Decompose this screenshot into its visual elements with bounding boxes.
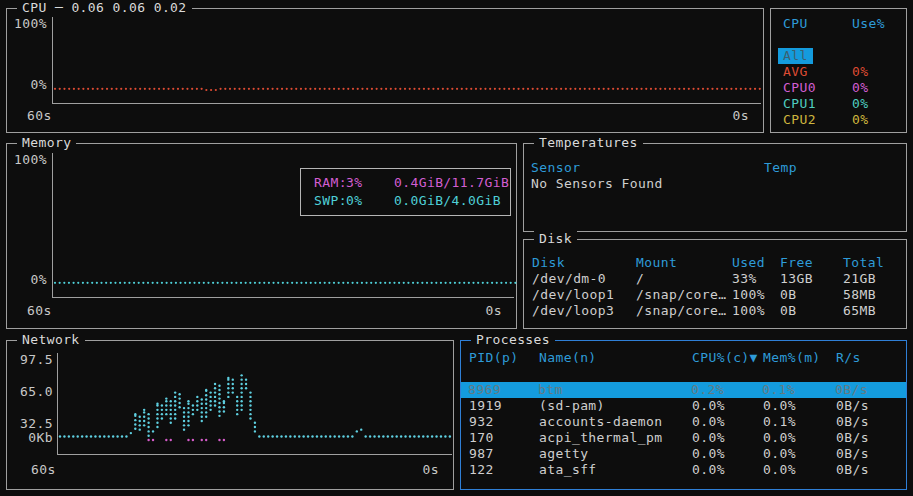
temperatures-panel: Temperatures Sensor Temp No Sensors Foun… xyxy=(523,143,907,232)
cpu-xtick-60s: 60s xyxy=(27,108,52,124)
process-row[interactable]: 122 ata_sff 0.0% 0.0% 0B/s xyxy=(462,462,905,478)
memory-ytick-100: 100% xyxy=(9,152,47,168)
disk-header-used: Used xyxy=(732,255,765,271)
cpu-table-row-cpu0[interactable]: CPU0 0% xyxy=(772,80,905,96)
disk-panel-title: Disk xyxy=(534,231,577,247)
total-cell: 58MB xyxy=(843,287,876,303)
name-cell: agetty xyxy=(539,446,588,462)
disk-header-row: Disk Mount Used Free Total xyxy=(525,255,905,271)
rs-cell: 0B/s xyxy=(836,414,869,430)
rs-cell: 0B/s xyxy=(836,462,869,478)
pid-cell: 1919 xyxy=(469,398,502,414)
pid-cell: 987 xyxy=(469,446,494,462)
mem-cell: 0.0% xyxy=(763,462,796,478)
cpu-table-row-cpu2[interactable]: CPU2 0% xyxy=(772,112,905,128)
name-cell: ata_sff xyxy=(539,462,597,478)
memory-legend-box: RAM: 3% 0.4GiB/11.7GiB SWP: 0% 0.0GiB/4.… xyxy=(300,168,511,216)
processes-panel: Processes PID(p) Name(n) CPU%(c)▼ Mem%(m… xyxy=(460,340,907,490)
mount-cell: /snap/core… xyxy=(636,287,727,303)
cpu-cell: 0.0% xyxy=(692,398,725,414)
memory-legend-ram-row: RAM: 3% 0.4GiB/11.7GiB xyxy=(302,175,509,191)
cpu-all-selected-cell[interactable]: All xyxy=(778,48,813,64)
cpu-ytick-100: 100% xyxy=(9,16,47,32)
rs-cell: 0B/s xyxy=(836,430,869,446)
ram-label: RAM: xyxy=(314,175,347,191)
pid-cell: 8969 xyxy=(468,382,501,398)
temperatures-header-temp: Temp xyxy=(764,160,797,176)
processes-header-mem[interactable]: Mem%(m) xyxy=(763,350,821,366)
network-xtick-0s: 0s xyxy=(423,462,439,478)
ram-detail: 0.4GiB/11.7GiB xyxy=(394,175,509,191)
cpu-cell: 0.0% xyxy=(692,446,725,462)
processes-header-pid[interactable]: PID(p) xyxy=(469,350,518,366)
disk-row-dm0[interactable]: /dev/dm-0 / 33% 13GB 21GB xyxy=(525,271,905,287)
rs-cell: 0B/s xyxy=(836,446,869,462)
rs-cell: 0B/s xyxy=(836,398,869,414)
memory-legend-swp-row: SWP: 0% 0.0GiB/4.0GiB xyxy=(302,193,509,209)
processes-header-rs[interactable]: R/s xyxy=(836,350,861,366)
processes-panel-title: Processes xyxy=(471,332,555,348)
cpu-load-average: 0.06 0.06 0.02 xyxy=(71,0,186,15)
cpu-cell: 0.0% xyxy=(692,462,725,478)
process-row[interactable]: 987 agetty 0.0% 0.0% 0B/s xyxy=(462,446,905,462)
process-row[interactable]: 170 acpi_thermal_pm 0.0% 0.0% 0B/s xyxy=(462,430,905,446)
disk-header-total: Total xyxy=(843,255,884,271)
cpu2-label: CPU2 xyxy=(783,112,816,128)
memory-ytick-0: 0% xyxy=(9,272,47,288)
rs-cell: 0B/s xyxy=(835,382,868,398)
free-cell: 0B xyxy=(780,303,796,319)
name-cell: btm xyxy=(538,382,563,398)
disk-header-mount: Mount xyxy=(636,255,677,271)
cpu-usage-chart xyxy=(53,17,761,103)
network-panel: Network 97.5 65.0 32.5 0Kb 60s 0s xyxy=(6,340,454,490)
network-ytick-0: 0Kb xyxy=(9,430,53,446)
cpu-title-text: CPU xyxy=(22,0,47,15)
cpu0-label: CPU0 xyxy=(783,80,816,96)
network-traffic-chart xyxy=(58,353,452,454)
process-row-selected[interactable]: 8969 btm 0.2% 0.1% 0B/s xyxy=(461,382,906,398)
disk-cell: /dev/dm-0 xyxy=(532,271,606,287)
cpu-panel-title: CPU ─ 0.06 0.06 0.02 xyxy=(17,0,192,16)
cpu-table-row-cpu1[interactable]: CPU1 0% xyxy=(772,96,905,112)
disk-cell: /dev/loop1 xyxy=(532,287,614,303)
mem-cell: 0.1% xyxy=(763,414,796,430)
process-row[interactable]: 1919 (sd-pam) 0.0% 0.0% 0B/s xyxy=(462,398,905,414)
cpu-x-axis-line xyxy=(52,103,761,104)
swp-detail: 0.0GiB/4.0GiB xyxy=(394,193,501,209)
cpu-avg-value: 0% xyxy=(852,64,868,80)
processes-header-cpu-sort[interactable]: CPU%(c)▼ xyxy=(692,350,758,366)
mem-cell: 0.0% xyxy=(763,446,796,462)
cpu-xtick-0s: 0s xyxy=(733,108,749,124)
used-cell: 100% xyxy=(732,303,765,319)
name-cell: (sd-pam) xyxy=(539,398,605,414)
processes-header-name[interactable]: Name(n) xyxy=(539,350,597,366)
disk-row-loop1[interactable]: /dev/loop1 /snap/core… 100% 0B 58MB xyxy=(525,287,905,303)
used-cell: 100% xyxy=(732,287,765,303)
disk-header-free: Free xyxy=(780,255,813,271)
name-cell: acpi_thermal_pm xyxy=(539,430,662,446)
cpu0-value: 0% xyxy=(852,80,868,96)
total-cell: 21GB xyxy=(843,271,876,287)
network-ytick-65: 65.0 xyxy=(9,384,53,400)
cpu-table-panel: CPU Use% All AVG 0% CPU0 0% CPU1 0% CPU2… xyxy=(770,8,907,133)
memory-xtick-60s: 60s xyxy=(27,303,52,319)
cpu-table-row-avg[interactable]: AVG 0% xyxy=(772,64,905,80)
disk-header-disk: Disk xyxy=(532,255,565,271)
total-cell: 65MB xyxy=(843,303,876,319)
pid-cell: 932 xyxy=(469,414,494,430)
network-x-axis-line xyxy=(57,454,452,455)
free-cell: 13GB xyxy=(780,271,813,287)
disk-cell: /dev/loop3 xyxy=(532,303,614,319)
ram-pct: 3% xyxy=(346,175,362,191)
swp-label: SWP: xyxy=(314,193,347,209)
memory-panel: Memory 100% 0% 60s 0s RAM: 3% 0.4GiB/11.… xyxy=(6,143,517,329)
disk-row-loop3[interactable]: /dev/loop3 /snap/core… 100% 0B 65MB xyxy=(525,303,905,319)
no-sensors-message: No Sensors Found xyxy=(531,176,663,192)
cpu-table-row-all[interactable]: All xyxy=(772,48,905,64)
process-row[interactable]: 932 accounts-daemon 0.0% 0.1% 0B/s xyxy=(462,414,905,430)
memory-xtick-0s: 0s xyxy=(486,303,502,319)
cpu-table-header-cpu: CPU xyxy=(783,16,808,32)
processes-header-row: PID(p) Name(n) CPU%(c)▼ Mem%(m) R/s xyxy=(462,350,905,366)
cpu-panel: CPU ─ 0.06 0.06 0.02 100% 0% 60s 0s xyxy=(6,8,764,133)
pid-cell: 170 xyxy=(469,430,494,446)
